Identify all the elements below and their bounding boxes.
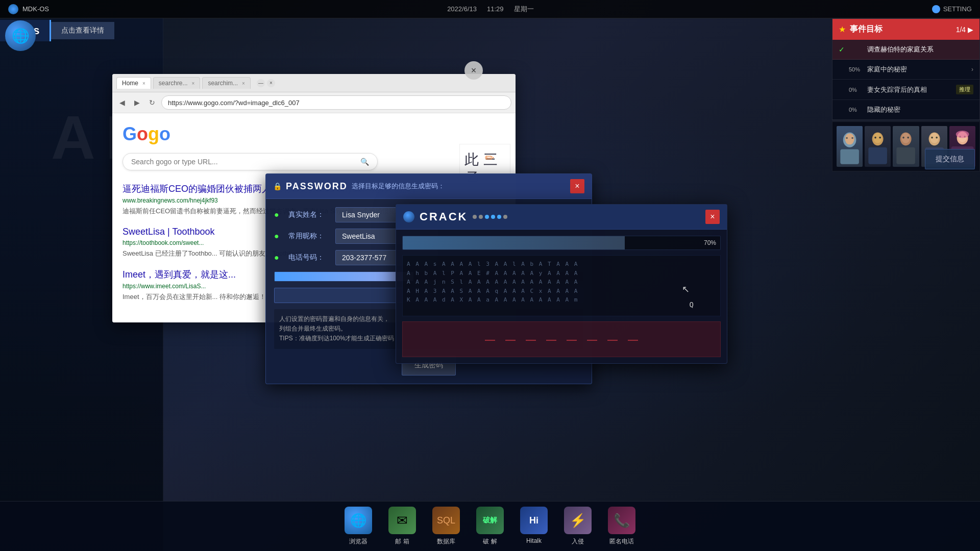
crack-bottom-area: — — — — — — — — xyxy=(402,321,721,357)
topbar-right: SETTING xyxy=(932,5,972,13)
svg-rect-5 xyxy=(840,149,859,164)
crack-dash-1: — xyxy=(485,334,495,345)
browser-tab-3[interactable]: searchim... × xyxy=(202,77,251,89)
obj-item-4[interactable]: 0% 隐藏的秘密 xyxy=(832,100,979,120)
obj-item-3[interactable]: 0% 妻女失踪背后的真相 推理 xyxy=(832,80,979,100)
tab-home-label: Home xyxy=(122,80,138,87)
portrait-1[interactable] xyxy=(837,126,863,167)
taskbar-anon[interactable]: 📞 匿名电话 xyxy=(608,507,635,546)
url-bar[interactable] xyxy=(161,95,511,110)
field-label-nickname: 常用昵称： xyxy=(288,232,329,241)
obj-item-2[interactable]: 50% 家庭中的秘密 › xyxy=(832,60,979,80)
browser-label: 浏览器 xyxy=(349,537,368,546)
svg-point-18 xyxy=(908,137,910,139)
obj-header-left: ★ 事件目标 xyxy=(839,24,883,35)
obj-arrow-2: › xyxy=(971,66,973,73)
obj-name-3: 妻女失踪背后的真相 xyxy=(867,85,956,94)
datetime: 2022/6/13 xyxy=(447,5,477,13)
gogo-search-input[interactable] xyxy=(131,158,356,166)
crack-globe-icon xyxy=(403,211,414,222)
cursor-indicator: ↖ xyxy=(682,284,690,295)
nav-forward-btn[interactable]: ▶ xyxy=(131,97,143,108)
field-bullet-2: ● xyxy=(274,232,282,241)
crack-dot-5 xyxy=(497,215,501,219)
crack-dot-4 xyxy=(491,215,495,219)
weekday: 星期一 xyxy=(514,5,534,14)
crack-dash-2: — xyxy=(505,334,516,345)
taskbar-invade[interactable]: ⚡ 入侵 xyxy=(564,507,592,546)
crack-dash-7: — xyxy=(607,334,618,345)
app-title: MDK-OS xyxy=(22,5,49,13)
win-controls: — × xyxy=(257,79,275,87)
crack-dot-6 xyxy=(503,215,507,219)
browser-tab-2[interactable]: searchre... × xyxy=(153,77,201,89)
browser-tab-home[interactable]: Home × xyxy=(116,77,151,89)
svg-point-12 xyxy=(874,137,876,139)
obj-pct-4: 0% xyxy=(849,107,867,113)
q-char: Q xyxy=(690,300,694,309)
float-close-button[interactable]: × xyxy=(464,61,483,80)
crack-dash-5: — xyxy=(567,334,577,345)
nav-back-btn[interactable]: ◀ xyxy=(116,97,128,108)
field-label-phone: 电话号码： xyxy=(288,253,329,262)
crack-dash-3: — xyxy=(526,334,536,345)
taskbar-hack[interactable]: 破解 破 解 xyxy=(476,507,504,546)
tab-2-close[interactable]: × xyxy=(192,81,195,86)
svg-text:✏: ✏ xyxy=(485,152,495,164)
anon-label: 匿名电话 xyxy=(609,537,634,546)
svg-rect-10 xyxy=(869,147,888,164)
db-icon: SQL xyxy=(432,507,460,534)
crack-header: CRACK × xyxy=(396,205,727,230)
taskbar: 🌐 浏览器 ✉ 邮 箱 SQL 数据库 破解 破 解 Hi Hitalk ⚡ 入… xyxy=(0,501,980,551)
lock-icon: 🔒 xyxy=(273,182,282,190)
portrait-2[interactable] xyxy=(865,126,891,167)
taskbar-browser[interactable]: 🌐 浏览器 xyxy=(345,507,372,546)
browser-icon: 🌐 xyxy=(345,507,372,534)
svg-point-7 xyxy=(846,137,848,139)
portrait-3[interactable] xyxy=(893,126,919,167)
crack-dot-1 xyxy=(473,215,477,219)
browser-nav: ◀ ▶ ↻ xyxy=(112,92,516,113)
win-close-btn[interactable]: × xyxy=(267,79,275,87)
obj-item-1[interactable]: ✓ 调查赫伯特的家庭关系 xyxy=(832,40,979,60)
crack-body: 70% A A A s A A A A l 3 A A l A b A T A … xyxy=(396,230,727,363)
mail-icon: ✉ xyxy=(388,507,416,534)
taskbar-db[interactable]: SQL 数据库 xyxy=(432,507,460,546)
taskbar-mail[interactable]: ✉ 邮 箱 xyxy=(388,507,416,546)
invade-label: 入侵 xyxy=(572,537,584,546)
invade-icon: ⚡ xyxy=(564,507,592,534)
svg-text:此: 此 xyxy=(464,152,479,167)
password-progress-fill xyxy=(275,272,413,281)
obj-pct-2: 50% xyxy=(849,66,867,72)
crack-dash-4: — xyxy=(546,334,556,345)
tab-3-close[interactable]: × xyxy=(242,81,245,86)
password-dialog-title: 🔒 PASSWORD 选择目标足够的信息生成密码： xyxy=(273,181,445,192)
objectives-panel: ★ 事件目标 1/4 ▶ ✓ 调查赫伯特的家庭关系 50% 家庭中的秘密 › 0… xyxy=(832,18,980,120)
tab-2-label: searchre... xyxy=(159,80,188,87)
svg-point-17 xyxy=(903,137,905,139)
search-icon-btn[interactable]: 🔍 xyxy=(360,158,369,166)
crack-close-button[interactable]: × xyxy=(705,210,720,224)
search-bar[interactable]: 🔍 xyxy=(122,153,378,170)
news-detail-button[interactable]: 点击查看详情 xyxy=(51,22,114,39)
crack-progress-fill xyxy=(403,236,625,249)
obj-tag-3: 推理 xyxy=(956,85,973,94)
taskbar-hitalk[interactable]: Hi Hitalk xyxy=(520,507,548,546)
setting-label: SETTING xyxy=(943,5,972,13)
password-close-button[interactable]: × xyxy=(570,179,584,193)
mail-label: 邮 箱 xyxy=(395,537,409,546)
win-minimize-btn[interactable]: — xyxy=(257,79,265,87)
hitalk-label: Hitalk xyxy=(526,537,542,544)
matrix-text: A A A s A A A A l 3 A A l A b A T A A A … xyxy=(403,256,720,316)
hack-icon: 破解 xyxy=(476,507,504,534)
password-title-text: PASSWORD xyxy=(286,181,348,192)
browser-globe-icon: 🌐 xyxy=(5,20,36,51)
tab-home-close[interactable]: × xyxy=(142,81,145,86)
field-label-name: 真实姓名： xyxy=(288,210,329,219)
browser-titlebar: Home × searchre... × searchim... × — × xyxy=(112,74,516,92)
app-logo xyxy=(8,4,18,14)
tab-3-label: searchim... xyxy=(208,80,238,87)
nav-refresh-btn[interactable]: ↻ xyxy=(146,97,158,108)
submit-button[interactable]: 提交信息 xyxy=(925,149,975,169)
crack-progress-bar: 70% xyxy=(402,236,721,250)
